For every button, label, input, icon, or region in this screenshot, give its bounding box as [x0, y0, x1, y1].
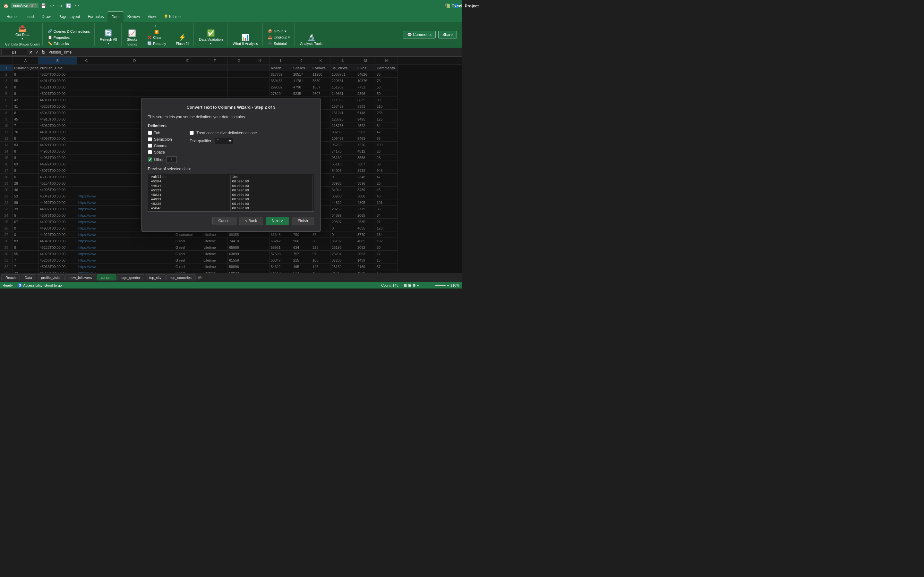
- edit-links-icon: ✏️: [48, 41, 52, 45]
- save-icon[interactable]: 💾: [40, 3, 47, 9]
- dv-dropdown-icon: ▾: [210, 41, 212, 45]
- confirm-formula-icon[interactable]: ✓: [35, 50, 40, 55]
- convert-text-dialog: Convert Text to Columns Wizard - Step 2 …: [141, 98, 321, 232]
- subtotal-button[interactable]: ➕ Subtotal: [266, 41, 292, 46]
- edit-links-button[interactable]: ✏️ Edit Links: [46, 41, 92, 46]
- sort-button[interactable]: ↕️: [152, 23, 161, 29]
- comments-button[interactable]: 💬 Comments: [403, 31, 436, 39]
- queries-col: 🔗 Queries & Connections 📋 Properties ✏️ …: [46, 29, 92, 46]
- clear-button[interactable]: ❌ Clear: [145, 35, 168, 40]
- undo-icon[interactable]: ↩: [49, 3, 55, 9]
- get-data-button[interactable]: 📥 Get Data ▾: [13, 24, 31, 41]
- sheet-tab-top-city[interactable]: top_city: [145, 274, 166, 280]
- sheet-tab-age-gender[interactable]: age_gender: [117, 274, 144, 280]
- properties-button[interactable]: 📋 Properties: [46, 35, 92, 40]
- filter-icon: 🔽: [154, 30, 159, 34]
- redo-icon[interactable]: ↪: [57, 3, 63, 9]
- spreadsheet: A B C D E F G H I J K L M N 123456789101…: [0, 57, 462, 273]
- tab-delimiter-row[interactable]: Tab: [148, 131, 177, 135]
- view-normal-icon[interactable]: ▦: [404, 284, 407, 287]
- zoom-in-button[interactable]: +: [447, 284, 449, 287]
- tab-draw[interactable]: Draw: [38, 11, 55, 22]
- outline-col: 📦 Group ▾ 📤 Ungroup ▾ ➕ Subtotal: [266, 29, 292, 46]
- ungroup-button[interactable]: 📤 Ungroup ▾: [266, 35, 292, 40]
- view-page-break-icon[interactable]: ⊞: [413, 284, 415, 287]
- tab-checkbox[interactable]: [148, 131, 152, 135]
- ungroup-label: Ungroup ▾: [274, 35, 290, 39]
- share-comments-area: 💬 Comments Share: [403, 23, 459, 46]
- sheet-tab-new-followers[interactable]: new_followers: [65, 274, 96, 280]
- sheet-tab-profile-visits[interactable]: profile_visits: [37, 274, 65, 280]
- ribbon-group-analysis-tools: 🔬 Analysis Tools: [296, 23, 327, 46]
- text-qualifier-select[interactable]: " ' None: [215, 138, 233, 144]
- tab-insert[interactable]: Insert: [21, 11, 38, 22]
- sheet-tab-reach[interactable]: Reach: [1, 274, 20, 280]
- comma-delimiter-row[interactable]: Comma: [148, 143, 177, 148]
- what-if-button[interactable]: 📊 What-If Analysis: [231, 33, 260, 46]
- insert-function-icon[interactable]: fx: [41, 50, 46, 55]
- tab-formulas[interactable]: Formulas: [84, 11, 107, 22]
- tab-view[interactable]: View: [144, 11, 160, 22]
- space-delimiter-row[interactable]: Space: [148, 150, 177, 155]
- zoom-level: 110%: [451, 284, 459, 287]
- comma-label: Comma: [154, 143, 168, 148]
- name-box[interactable]: [1, 49, 27, 55]
- sheet-tab-data[interactable]: Data: [21, 274, 36, 280]
- space-label: Space: [154, 150, 165, 155]
- tab-data[interactable]: Data: [107, 11, 123, 22]
- tab-tell-me[interactable]: 💡 Tell me: [160, 11, 184, 22]
- autosave-toggle[interactable]: AutoSave OFF: [11, 3, 39, 8]
- get-data-label: Get Data: [15, 33, 29, 37]
- home-icon[interactable]: 🏠: [3, 3, 9, 9]
- add-sheet-button[interactable]: ⊕: [196, 274, 203, 281]
- queries-connections-button[interactable]: 🔗 Queries & Connections: [46, 29, 92, 34]
- share-button[interactable]: Share: [438, 31, 457, 39]
- queries-label: Queries & Connections: [53, 29, 90, 33]
- view-layout-icon[interactable]: ▣: [408, 284, 411, 287]
- filter-button[interactable]: 🔽: [152, 29, 161, 35]
- group-button[interactable]: 📦 Group ▾: [266, 29, 292, 34]
- accessibility-text: ♿ Accessibility: Good to go: [18, 284, 62, 287]
- stocks-button[interactable]: 📈 Stocks: [125, 29, 139, 42]
- comma-checkbox[interactable]: [148, 143, 152, 148]
- tab-review[interactable]: Review: [124, 11, 144, 22]
- cancel-formula-icon[interactable]: ✕: [28, 50, 33, 55]
- semicolon-delimiter-row[interactable]: Semicolon: [148, 137, 177, 142]
- tab-label: Tab: [154, 131, 160, 135]
- refresh-all-button[interactable]: 🔄 Refresh All ▾: [98, 29, 119, 46]
- semicolon-checkbox[interactable]: [148, 137, 152, 141]
- flash-fill-button[interactable]: ⚡ Flash-fill: [174, 33, 191, 46]
- reapply-label: Reapply: [153, 42, 166, 45]
- analysis-tools-button[interactable]: 🔬 Analysis Tools: [298, 33, 325, 46]
- other-delimiter-input[interactable]: [166, 156, 177, 163]
- cancel-button[interactable]: Cancel: [212, 217, 236, 225]
- finish-button[interactable]: Finish: [292, 217, 314, 225]
- formula-input[interactable]: [47, 50, 461, 55]
- what-if-icon: 📊: [241, 33, 249, 41]
- other-delimiter-row[interactable]: Other:: [148, 156, 177, 163]
- properties-label: Properties: [53, 35, 69, 39]
- ribbon-group-flash-fill: ⚡ Flash-fill: [172, 23, 194, 46]
- space-checkbox[interactable]: [148, 150, 152, 154]
- data-validation-button[interactable]: ✅ Data Validation ▾: [197, 29, 225, 46]
- status-bar: Ready ♿ Accessibility: Good to go Count:…: [0, 282, 462, 288]
- what-if-label: What-If Analysis: [233, 42, 258, 45]
- stocks-icon: 📈: [128, 29, 136, 37]
- other-checkbox[interactable]: [148, 157, 152, 161]
- zoom-slider[interactable]: [420, 285, 446, 286]
- tab-page-layout[interactable]: Page Layout: [55, 11, 84, 22]
- sheet-tab-content[interactable]: content: [97, 274, 116, 280]
- treat-consecutive-checkbox[interactable]: [190, 131, 194, 135]
- refresh-icon[interactable]: 🔄: [65, 3, 72, 9]
- dialog-buttons: Cancel < Back Next > Finish: [148, 217, 314, 225]
- back-button[interactable]: < Back: [239, 217, 263, 225]
- preview-table: Publish_ime4520400:00:004491400:00:00451…: [150, 175, 312, 211]
- tab-home[interactable]: Home: [3, 11, 21, 22]
- subtotal-icon: ➕: [268, 41, 272, 45]
- next-button[interactable]: Next >: [266, 217, 289, 225]
- refresh-dropdown-icon: ▾: [107, 41, 110, 45]
- more-icon[interactable]: ⋯: [74, 3, 80, 9]
- sheet-tab-top-countries[interactable]: top_countries: [166, 274, 196, 280]
- zoom-out-button[interactable]: −: [417, 284, 419, 287]
- reapply-button[interactable]: 🔃 Reapply: [145, 41, 168, 46]
